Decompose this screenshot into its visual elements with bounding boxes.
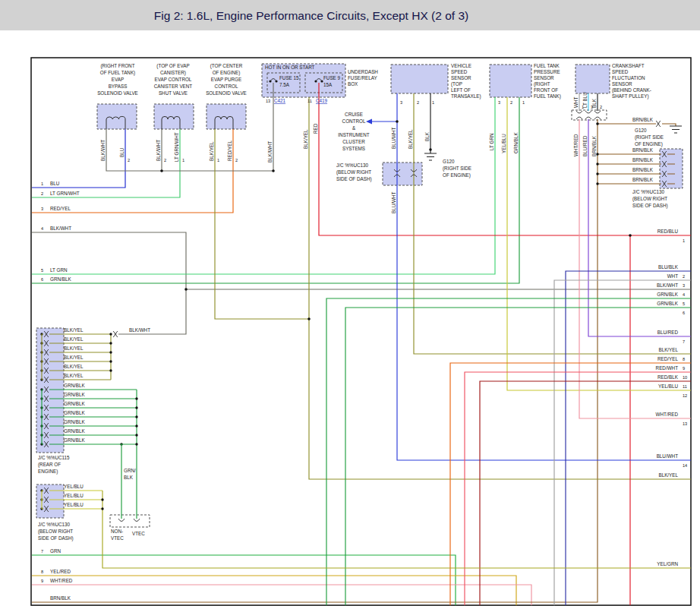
vtec-v: VTEC (132, 531, 145, 536)
wire-label-vssb: BLK/YEL (408, 129, 413, 149)
brn-blk-label-3: BRN/BLK (632, 167, 654, 172)
jc130_left-line-2: SIDE OF DASH) (38, 535, 74, 541)
stack2-row-label-2: YEL/BLU (64, 502, 84, 507)
comp-sol3-line-4: SOLENOID VALVE (206, 90, 247, 96)
left-wire-label-8: WHT/RED (50, 578, 73, 583)
right-wire-label-4: GRN/BLK (657, 292, 678, 297)
junction-dot (596, 172, 598, 175)
wire-label-fusec: RED (313, 123, 318, 134)
stack1-row-label-5: BLK/YEL (64, 373, 84, 378)
stack2-row-label-0: YEL/BLU (64, 484, 84, 489)
wire-label-sol1b: BLU (119, 147, 125, 157)
comp-ftp-line-2: SENSOR (534, 75, 554, 80)
evap-purge-solenoid-box (207, 104, 246, 129)
g120_right-line-0: G120 (635, 128, 647, 133)
left-wire-label-9: BRN/BLK (50, 595, 71, 601)
stack1-row-label-4: BLK/YEL (64, 364, 84, 369)
left-wire-number-2: 3 (41, 207, 43, 211)
g120_center-line-2: OF ENGINE) (443, 172, 471, 178)
stack1-row-label-9: GRN/BLK (64, 410, 85, 415)
junction-dot (135, 425, 137, 427)
left-wire-number-6: 7 (41, 549, 43, 554)
right-wire-number-2: 3 (683, 283, 685, 288)
comp-sol1-line-0: (RIGHT FRONT (100, 63, 134, 69)
wire-label-ftpa: LT GRN (489, 133, 494, 150)
right-wire-number-5: 6 (683, 311, 685, 315)
left-wire-number-5: 6 (41, 277, 43, 282)
jc_center-line-0: J/C %%UC130 (336, 163, 368, 168)
comp-ftp-line-3: (RIGHT (534, 81, 550, 87)
fuse-p2: 11 (307, 99, 312, 103)
evap-vent-valve-box (154, 104, 194, 129)
brn-blk-label-2: BRN/BLK (632, 157, 654, 163)
fuse-p1: 13 (266, 99, 270, 103)
comp-sol3-line-2: EVAP PURGE (211, 77, 241, 82)
pin-number: 2 (128, 158, 130, 163)
junction-dot (109, 360, 112, 362)
vtec-g2: BLK (124, 475, 134, 480)
jc_center-line-1: (BELOW RIGHT (336, 169, 371, 175)
left-wire-label-4: LT GRN (50, 267, 68, 273)
cruise-line-1: CONTROL (342, 118, 366, 124)
stack1-row-label-3: BLK/YEL (64, 355, 84, 360)
junction-dot (109, 351, 112, 353)
wire-label-vssa: BLU/WHT (391, 128, 396, 149)
wire-label-sol2b: LT GRN/WHT (174, 132, 179, 162)
pin-number: 3 (400, 100, 402, 105)
stack1-row-label-2: BLK/YEL (64, 346, 84, 351)
left-wire-label-0: BLU (50, 181, 60, 186)
right-wire-number-3: 4 (683, 292, 685, 297)
brn-blk-label-1: BRN/BLK (632, 147, 654, 153)
stack1-row-label-11: GRN/BLK (64, 428, 85, 434)
right-wire-number-6: 7 (683, 339, 685, 344)
left-wire-label-1: LT GRN/WHT (50, 191, 80, 196)
right-wire-label-2: WHT (667, 273, 678, 279)
wire-label-sol2a: BLK/WHT (156, 140, 161, 161)
left-wire-label-3: BLK/WHT (50, 226, 71, 231)
right-wire-label-11: YEL/BLU (658, 383, 678, 389)
comp-vss-line-3: (TOP (451, 81, 462, 87)
right-wire-number-12: 13 (683, 421, 687, 426)
comp-sol2-line-0: (TOP OF EVAP (156, 63, 189, 69)
comp-sol2-line-4: SHUT VALVE (159, 90, 188, 96)
pin-number: 1 (217, 158, 219, 163)
comp-vss-line-1: SPEED (451, 69, 468, 74)
left-wire-number-7: 8 (41, 570, 43, 574)
pin-number: 1 (182, 158, 184, 163)
comp-ftp-line-0: FUEL TANK (534, 63, 560, 68)
junction-dot (135, 443, 137, 445)
s1b: BLK/WHT (129, 327, 150, 333)
pin-number: 3 (498, 100, 500, 105)
comp-ck-line-1: SPEED (612, 69, 629, 74)
jc_center-line-2: SIDE OF DASH) (336, 176, 372, 182)
left-wire-number-1: 2 (41, 191, 43, 196)
fuse-hot: HOT IN ON OR START (265, 65, 315, 70)
fuel-tank-pressure-sensor-box (490, 65, 531, 97)
fuse-c2: C419 (316, 98, 328, 103)
left-wire-number-4: 5 (41, 268, 43, 273)
pin-number: 1 (582, 105, 584, 109)
junction-dot (596, 163, 598, 165)
vtec-g1: GRN/ (124, 468, 136, 473)
comp-vss-line-2: SENSOR (451, 75, 471, 80)
left-wire-label-2: RED/YEL (50, 206, 71, 211)
jc-uc130-left-box (36, 484, 64, 518)
g120_right-line-2: OF ENGINE) (635, 141, 663, 147)
fuse-name-line-0: UNDERDASH (348, 69, 378, 74)
right-wire-label-14: BLK/YEL (658, 472, 678, 478)
jc-uc130-center-box (383, 163, 422, 185)
jc115-line-0: J/C %%UC115 (38, 455, 70, 460)
jc115-line-1: (REAR OF (38, 462, 61, 468)
jc130_left-line-0: J/C %%UC130 (38, 522, 70, 527)
right-wire-number-8: 9 (683, 366, 685, 371)
pin-number: 2 (235, 158, 238, 163)
left-wire-number-8: 9 (41, 579, 43, 583)
wire-label-vssc: BLK (424, 131, 430, 141)
right-wire-number-7: 8 (683, 357, 685, 361)
comp-ftp-line-5: FUEL TANK) (534, 93, 561, 99)
fuse-f2b: 15A (323, 82, 333, 87)
jc_right-line-1: (BELOW RIGHT (632, 196, 667, 202)
right-wire-number-10: 11 (683, 384, 687, 389)
right-wire-label-8: RED/YEL (657, 356, 678, 361)
right-wire-label-7: BLK/YEL (658, 347, 678, 352)
